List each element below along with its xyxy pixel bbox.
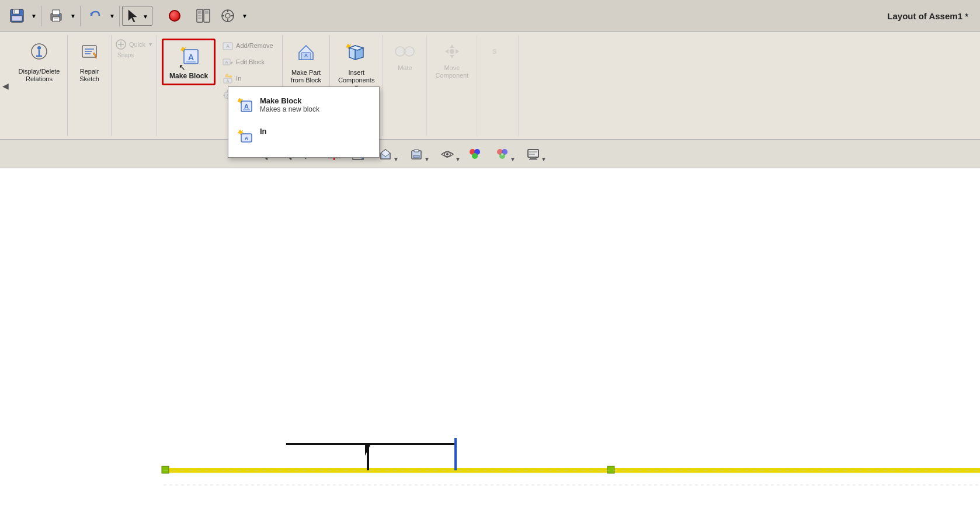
ribbon: ◀ Display/DeleteRelations <box>0 32 980 140</box>
save-dropdown[interactable]: ▼ <box>30 12 38 20</box>
edit-appearance-button[interactable] <box>464 144 486 165</box>
make-block-dropdown: A Make Block Makes a new block A In <box>228 86 380 158</box>
display-style-icon <box>378 147 392 161</box>
save-button[interactable] <box>5 5 29 26</box>
move-component-icon <box>442 41 463 64</box>
svg-text:A: A <box>188 53 194 62</box>
insert-block-tooltip-title: In <box>260 127 267 136</box>
insert-components-label: InsertComponents <box>338 69 374 84</box>
svg-marker-58 <box>450 44 454 48</box>
make-block-icon: A <box>177 44 200 70</box>
make-block-button[interactable]: A ↖ Make Block <box>162 39 216 85</box>
select-dropdown[interactable]: ▼ <box>141 11 150 21</box>
svg-rect-7 <box>54 18 58 19</box>
insert-components-button[interactable]: InsertComponents ▼ <box>335 39 378 92</box>
display-manager-arrow: ▼ <box>541 156 547 162</box>
scene-background-icon <box>495 147 509 161</box>
make-part-icon: A <box>294 41 318 67</box>
divider3 <box>119 6 120 26</box>
display-manager-button[interactable]: ▼ <box>519 144 548 165</box>
svg-rect-101 <box>529 159 537 160</box>
hide-show-arrow: ▼ <box>455 156 461 162</box>
add-remove-icon: A <box>222 40 234 51</box>
add-remove-button[interactable]: A Add/Remove <box>219 39 277 53</box>
divider2 <box>80 6 81 26</box>
display-style-arrow: ▼ <box>393 156 399 162</box>
window-title: Layout of Assem1 * <box>887 11 968 21</box>
ribbon-section-display-delete: Display/DeleteRelations <box>11 35 68 136</box>
svg-marker-61 <box>456 49 459 54</box>
svg-rect-6 <box>53 17 60 22</box>
options-button[interactable] <box>216 5 239 26</box>
move-component-button[interactable]: MoveComponent <box>432 39 472 82</box>
scene-background-button[interactable]: ▼ <box>488 144 517 165</box>
svg-point-62 <box>450 49 454 54</box>
make-block-tooltip-text: Make Block Makes a new block <box>260 96 319 113</box>
insert-block-icon: A <box>222 72 234 84</box>
ribbon-section-move-component: MoveComponent <box>427 35 477 136</box>
svg-rect-17 <box>205 11 208 14</box>
svg-rect-8 <box>54 20 58 21</box>
view-orientation-button[interactable]: ▼ <box>402 144 431 165</box>
undo-button[interactable] <box>84 5 107 26</box>
svg-rect-15 <box>198 18 201 19</box>
ribbon-scroll-left[interactable]: ◀ <box>0 35 11 136</box>
stop-rebuild-button[interactable] <box>163 5 186 26</box>
canvas-area[interactable] <box>0 168 980 520</box>
drawing-svg <box>0 427 980 485</box>
print-dropdown[interactable]: ▼ <box>69 12 77 20</box>
ribbon-section-quick-snaps: Quick ▼ Snaps <box>112 35 157 136</box>
edit-block-button[interactable]: A Edit Block <box>219 55 277 69</box>
options-dropdown[interactable]: ▼ <box>241 12 249 20</box>
scene-background-arrow: ▼ <box>510 156 516 162</box>
make-part-from-block-button[interactable]: A Make Partfrom Block <box>287 39 325 86</box>
select-button[interactable]: ▼ <box>122 6 152 26</box>
mate-label: Mate <box>398 64 412 72</box>
svg-text:S: S <box>492 48 496 55</box>
stop-icon <box>169 10 180 22</box>
hide-show-icon <box>440 147 454 161</box>
insert-block-tooltip-item[interactable]: A In <box>228 122 379 152</box>
snaps-label[interactable]: Snaps <box>115 51 136 59</box>
svg-rect-87 <box>414 150 419 152</box>
quick-snaps-button[interactable]: Quick ▼ <box>115 39 153 50</box>
repair-sketch-button[interactable]: RepairSketch <box>72 39 106 85</box>
make-block-tooltip-desc: Makes a new block <box>260 105 319 113</box>
svg-rect-2 <box>14 10 15 13</box>
save-icon <box>9 8 25 24</box>
print-icon <box>48 8 64 24</box>
svg-marker-11 <box>128 10 137 22</box>
smart-icon: S <box>492 41 503 64</box>
display-delete-relations-button[interactable]: Display/DeleteRelations <box>16 39 62 85</box>
mate-button[interactable]: Mate <box>388 39 422 74</box>
repair-sketch-label: RepairSketch <box>79 68 99 83</box>
insert-block-button[interactable]: A In <box>219 71 277 85</box>
svg-rect-102 <box>529 151 537 152</box>
make-block-label: Make Block <box>169 72 208 80</box>
print-button[interactable] <box>44 5 68 26</box>
feature-manager-icon <box>195 8 211 24</box>
move-component-label: MoveComponent <box>435 64 468 79</box>
add-remove-label: Add/Remove <box>236 42 273 49</box>
svg-point-25 <box>37 46 41 50</box>
svg-text:A: A <box>304 53 308 58</box>
svg-rect-1 <box>13 9 19 14</box>
display-delete-icon <box>29 41 50 66</box>
svg-marker-59 <box>450 55 454 58</box>
view-orientation-arrow: ▼ <box>424 156 430 162</box>
section-label-display <box>39 127 40 136</box>
svg-rect-100 <box>530 157 536 159</box>
svg-text:A: A <box>245 136 249 141</box>
feature-manager-button[interactable] <box>192 5 215 26</box>
smart-button[interactable]: S <box>481 39 515 67</box>
svg-point-97 <box>501 153 503 155</box>
svg-rect-5 <box>53 10 60 15</box>
make-block-tooltip-item[interactable]: A Make Block Makes a new block <box>228 92 379 122</box>
svg-point-90 <box>446 153 449 155</box>
undo-dropdown[interactable]: ▼ <box>108 12 116 20</box>
svg-text:A: A <box>227 79 230 83</box>
insert-components-icon <box>345 41 368 67</box>
hide-show-button[interactable]: ▼ <box>433 144 462 165</box>
svg-marker-60 <box>445 49 449 54</box>
svg-text:A: A <box>226 43 230 49</box>
